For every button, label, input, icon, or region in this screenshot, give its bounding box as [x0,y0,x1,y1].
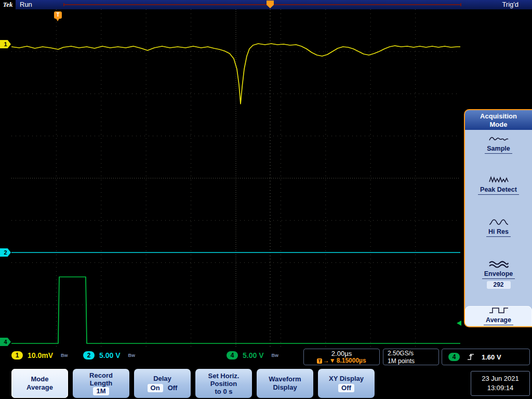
delay-on-option[interactable]: On [148,384,163,392]
trigger-position-icon[interactable] [267,1,274,8]
time: 13:09:14 [487,383,514,393]
bottom-menu-bar: Mode Average Record Length 1M Delay On O… [0,367,532,399]
delay-arrows-icon: →▼ [323,357,336,364]
ch2-badge: 2 [83,351,95,360]
acq-item-peak-detect[interactable]: Peak Detect [465,176,532,213]
sample-rate-readout: 2.50GS/s 1M points [383,349,439,365]
trigger-source-badge: 4 [448,353,460,361]
record-view-bar [63,4,461,5]
datetime-display: 23 Jun 2021 13:09:14 [471,371,530,396]
ch2-readout[interactable]: 2 5.00 V Bw [83,351,135,360]
graticule [11,9,460,347]
ch1-readout[interactable]: 1 10.0mV Bw [11,351,68,360]
panel-title: Acquisition Mode [465,110,532,130]
sample-rate: 2.50GS/s [388,350,434,357]
menu-delay-button[interactable]: Delay On Off [134,369,191,398]
ch2-scale: 5.00 V [99,351,120,360]
channel2-tag[interactable]: 2 [0,248,11,257]
ch4-bandwidth-icon: Bw [271,353,278,358]
acquisition-mode-panel: Acquisition Mode Sample Peak Detect Hi R… [464,109,532,327]
acq-item-sample[interactable]: Sample [465,135,532,171]
ch1-bandwidth-icon: Bw [61,353,68,358]
horizontal-readout: 2.00µs T →▼ 8.15000µs [303,349,380,365]
trigger-level-icon[interactable]: T [54,11,62,19]
menu-mode-button[interactable]: Mode Average [11,369,68,398]
menu-xy-display-button[interactable]: XY Display Off [318,369,375,398]
hi-res-icon [489,218,509,226]
readout-bar: 1 10.0mV Bw 2 5.00 V Bw 4 5.00 V Bw 2.00… [0,347,532,367]
delay-value: 8.15000µs [337,357,366,364]
record-length-value: 1M [93,387,109,395]
menu-waveform-display-button[interactable]: Waveform Display [257,369,313,398]
channel1-tag[interactable]: 1 [0,40,11,48]
trigger-status: Trig'd [502,0,518,9]
ch1-badge: 1 [11,351,23,360]
envelope-count: 292 [487,281,511,289]
acq-item-average[interactable]: Average a 32 [465,306,532,327]
tek-logo: Tek [0,0,16,9]
ch4-badge: 4 [227,351,238,360]
ch4-scale: 5.00 V [243,351,263,360]
record-length: 1M points [388,357,434,365]
envelope-icon [489,260,509,268]
acq-item-envelope[interactable]: Envelope 292 [465,260,532,301]
ch4-readout[interactable]: 4 5.00 V Bw [227,351,278,360]
rising-edge-icon [467,353,475,361]
delay-off-option[interactable]: Off [168,384,178,392]
peak-detect-icon [489,176,509,184]
waveform-display [11,9,460,347]
delay-readout: T →▼ 8.15000µs [307,357,376,364]
menu-set-horiz-button[interactable]: Set Horiz. Position to 0 s [195,369,252,398]
trigger-level: 1.60 V [482,353,501,361]
menu-record-length-button[interactable]: Record Length 1M [73,369,129,398]
trigger-t-icon: T [317,358,322,364]
acq-item-hi-res[interactable]: Hi Res [465,218,532,255]
sample-icon [489,135,509,143]
xy-display-value: Off [338,384,354,392]
time-scale: 2.00µs [307,350,376,357]
date: 23 Jun 2021 [482,374,519,383]
channel4-tag[interactable]: 4 [0,338,11,346]
oscilloscope-screen: Tek Run Trig'd 1 2 4 T Acquisition Mode … [0,0,532,399]
trigger-level-arrow-icon [454,321,461,326]
top-status-bar: Tek Run Trig'd [0,0,532,9]
acquisition-status: Run [20,0,32,9]
ch1-scale: 10.0mV [28,351,53,360]
trigger-readout: 4 1.60 V [442,349,530,365]
ch2-bandwidth-icon: Bw [128,353,135,358]
average-icon [489,306,509,314]
